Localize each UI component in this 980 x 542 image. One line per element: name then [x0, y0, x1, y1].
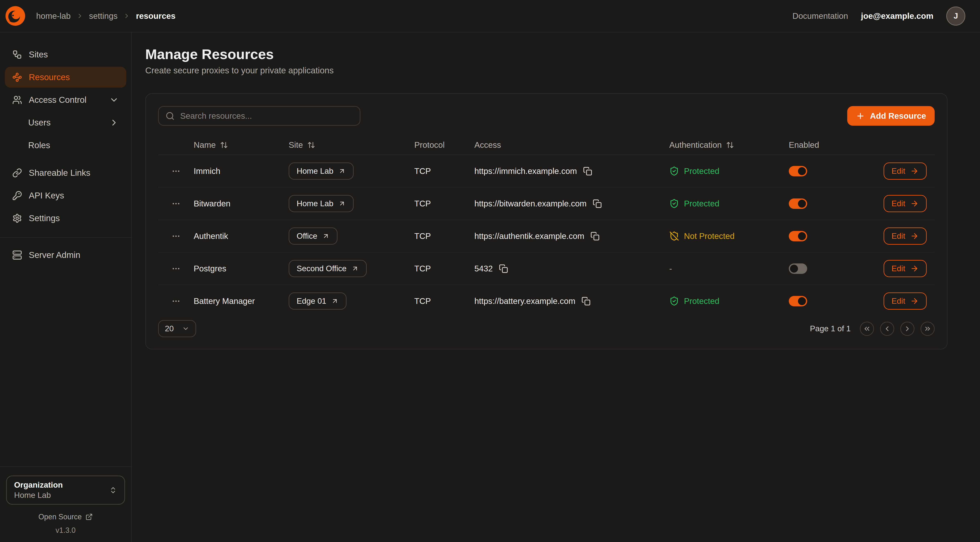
protocol-value: TCP [414, 297, 474, 306]
breadcrumb-item-home-lab[interactable]: home-lab [36, 11, 71, 21]
access-url: https://authentik.example.com [474, 231, 584, 241]
external-link-icon [85, 513, 93, 521]
column-header-label: Enabled [789, 140, 819, 150]
row-menu-button[interactable] [169, 261, 183, 276]
avatar[interactable]: J [946, 6, 965, 26]
copy-icon [499, 264, 508, 273]
chevron-right-icon [904, 325, 912, 333]
avatar-initial: J [954, 11, 958, 21]
sidebar-item-settings[interactable]: Settings [5, 208, 126, 229]
site-link-button[interactable]: Second Office [289, 260, 367, 277]
column-header-name[interactable]: Name [194, 140, 289, 150]
row-menu-button[interactable] [169, 229, 183, 243]
column-header-site[interactable]: Site [289, 140, 414, 150]
copy-button[interactable] [593, 199, 602, 208]
main-content: Manage Resources Create secure proxies t… [132, 32, 980, 542]
user-email: joe@example.com [861, 11, 934, 21]
site-name: Edge 01 [297, 297, 326, 306]
page-size-select[interactable]: 20 [158, 320, 196, 337]
copy-icon [593, 199, 602, 208]
edit-button[interactable]: Edit [884, 163, 927, 180]
topbar-right: Documentation joe@example.com J [792, 6, 965, 26]
site-link-button[interactable]: Home Lab [289, 163, 354, 180]
sidebar-item-label: Access Control [29, 95, 86, 105]
edit-button[interactable]: Edit [884, 292, 927, 309]
column-header-label: Authentication [669, 140, 722, 150]
chevron-down-icon [109, 95, 119, 105]
last-page-button[interactable] [921, 322, 935, 336]
column-header-label: Protocol [414, 140, 445, 150]
ellipsis-icon [172, 264, 181, 273]
edit-button[interactable]: Edit [884, 260, 927, 277]
site-link-button[interactable]: Home Lab [289, 195, 354, 212]
breadcrumb-separator-icon [76, 12, 84, 20]
copy-button[interactable] [581, 297, 590, 306]
add-resource-label: Add Resource [870, 111, 926, 121]
arrow-up-right-icon [338, 167, 346, 175]
row-menu-button[interactable] [169, 197, 183, 211]
pangolin-logo-icon[interactable] [5, 5, 26, 26]
sidebar-item-roles[interactable]: Roles [5, 135, 126, 156]
site-link-button[interactable]: Edge 01 [289, 292, 347, 309]
table-body: Immich Home Lab TCP https://immich.examp… [158, 155, 935, 317]
organization-value: Home Lab [14, 491, 63, 500]
next-page-button[interactable] [900, 322, 915, 336]
add-resource-button[interactable]: Add Resource [847, 106, 935, 126]
copy-button[interactable] [590, 231, 600, 241]
enabled-toggle[interactable] [789, 166, 807, 176]
enabled-toggle[interactable] [789, 263, 807, 274]
resource-name: Postgres [194, 264, 289, 273]
enabled-toggle[interactable] [789, 198, 807, 209]
table-header-row: NameSiteProtocolAccessAuthenticationEnab… [158, 136, 935, 155]
page-subtitle: Create secure proxies to your private ap… [145, 65, 980, 75]
authentication-label: Protected [684, 199, 719, 209]
app-root: home-labsettingsresources Documentation … [0, 0, 980, 542]
table-row: Authentik Office TCP https://authentik.e… [158, 220, 935, 253]
enabled-toggle[interactable] [789, 231, 807, 241]
access-url: 5432 [474, 264, 493, 273]
copy-button[interactable] [499, 264, 508, 273]
search-input[interactable] [180, 111, 353, 121]
authentication-badge: - [669, 264, 789, 273]
authentication-badge: Not Protected [669, 231, 789, 241]
sidebar-item-server-admin[interactable]: Server Admin [5, 245, 126, 266]
chevron-right-icon [109, 118, 119, 128]
sidebar-item-sites[interactable]: Sites [5, 44, 126, 65]
documentation-link[interactable]: Documentation [792, 11, 848, 21]
breadcrumb-item-settings[interactable]: settings [89, 11, 118, 21]
first-page-button[interactable] [860, 322, 874, 336]
enabled-toggle[interactable] [789, 296, 807, 306]
sites-icon [12, 49, 22, 59]
site-link-button[interactable]: Office [289, 228, 337, 245]
edit-label: Edit [891, 264, 905, 273]
sidebar-item-users[interactable]: Users [5, 112, 126, 133]
prev-page-button[interactable] [880, 322, 894, 336]
organization-selector[interactable]: Organization Home Lab [6, 475, 125, 505]
sidebar-item-api-keys[interactable]: API Keys [5, 185, 126, 206]
sidebar-item-label: Roles [28, 140, 50, 150]
shield-check-icon [669, 199, 679, 209]
protocol-value: TCP [414, 264, 474, 273]
sidebar-item-label: Users [28, 118, 51, 128]
row-menu-button[interactable] [169, 164, 183, 178]
row-menu-button[interactable] [169, 294, 183, 308]
sidebar-item-resources[interactable]: Resources [5, 67, 126, 88]
copy-button[interactable] [583, 167, 592, 176]
table-row: Postgres Second Office TCP 5432 - Edit [158, 253, 935, 285]
column-header-authentication[interactable]: Authentication [669, 140, 789, 150]
authentication-badge: Protected [669, 166, 789, 176]
table-row: Immich Home Lab TCP https://immich.examp… [158, 155, 935, 188]
sidebar-item-access-control[interactable]: Access Control [5, 89, 126, 110]
arrow-right-icon [910, 297, 919, 305]
sidebar-item-shareable-links[interactable]: Shareable Links [5, 163, 126, 183]
column-header-protocol: Protocol [414, 140, 474, 150]
gear-icon [12, 214, 22, 223]
table-row: Bitwarden Home Lab TCP https://bitwarden… [158, 188, 935, 220]
edit-button[interactable]: Edit [884, 228, 927, 245]
sidebar-item-label: API Keys [29, 191, 64, 201]
search-box [158, 106, 360, 126]
edit-button[interactable]: Edit [884, 195, 927, 212]
open-source-link[interactable]: Open Source [6, 513, 125, 521]
copy-icon [583, 167, 592, 176]
sidebar-item-label: Server Admin [29, 250, 80, 260]
